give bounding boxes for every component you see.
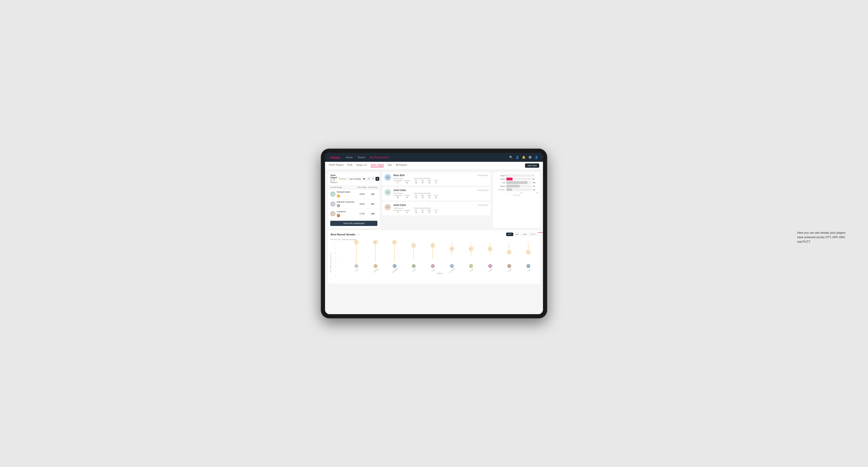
view-full-leaderboard-button[interactable]: View Full Leaderboard [330, 221, 377, 226]
top-section: Team Clippd | 14 Players ✏️ Show Last 3 … [328, 172, 540, 228]
avatar-icon[interactable]: 👤 [535, 156, 538, 159]
show-label: Show [341, 178, 346, 180]
top-navigation: clippd Home Teams My Performance 🔍 👤 🔔 ⚙… [325, 153, 543, 162]
streak-bar-wrapper: 5x [404, 240, 423, 264]
avatar: EC [330, 201, 335, 207]
filter-arg-btn[interactable]: ARG [521, 232, 529, 236]
avatar: JC [384, 204, 391, 210]
annotation-arrow [538, 230, 543, 240]
sub-nav-links: PGAT Players PGA Hcaps 1-5 Team Clippd T… [329, 164, 407, 167]
arrow-indicator: ← [357, 232, 361, 236]
sub-nav-pgat[interactable]: PGAT Players [329, 164, 343, 167]
y-tick: 4 [335, 257, 336, 258]
y-tick: 6 [335, 247, 336, 249]
streaks-section: Best Round Streaks ← OTT APP ARG PUTT [328, 230, 540, 284]
add-team-button[interactable]: Add Team [525, 163, 539, 168]
streak-line [356, 242, 356, 264]
card-date: 26 Aug 2023 [478, 204, 488, 206]
table-row[interactable]: RB Richard Butler 1 19/20 110 [328, 189, 380, 199]
player-name-label: M. Miller [488, 268, 493, 272]
nav-links: Home Teams My Performance [346, 156, 389, 159]
player-name: Cameron... [337, 210, 356, 213]
avatar: JC [384, 189, 391, 195]
bar-value: 3 [533, 175, 538, 177]
sub-nav-tour[interactable]: Tour [388, 164, 392, 167]
rounds-label: Total Rounds [394, 178, 410, 179]
card-player-name: Josh Coles [394, 204, 406, 206]
player-badge: 3 [337, 214, 340, 217]
streak-line [375, 242, 376, 262]
nav-my-performance[interactable]: My Performance [370, 156, 389, 159]
y-tick: 3 [335, 261, 336, 263]
streak-avatar: RB [507, 264, 511, 268]
streak-avatar: EE [354, 264, 358, 268]
streak-bar-item: 3x CQ C. Quick [519, 240, 537, 271]
player-score: 17/20 [356, 213, 368, 215]
nav-right-icons: 🔍 👤 🔔 ⚙️ 👤 [509, 156, 538, 159]
grid-view-btn[interactable]: ⊞ [367, 177, 371, 181]
table-header: PLAYER NAME PB SCORE PB AVG SQ [328, 186, 380, 189]
card-stats: Total Rounds Tournament 8 Practice [394, 192, 488, 198]
period-select[interactable]: Last 3 months [347, 177, 366, 181]
player-badge: 1 [337, 194, 340, 198]
sub-nav-all-players[interactable]: All Players [396, 164, 407, 167]
table-row[interactable]: CA Cameron... 3 17/20 103 [328, 209, 380, 219]
practice-activities-stat: Total Practice Activities OTT 0 APP [414, 178, 438, 184]
bar-track [506, 178, 532, 181]
streak-avatar: JC [412, 264, 415, 268]
streak-bar-wrapper: 5x [424, 240, 442, 264]
bar-track [506, 181, 532, 184]
bar-track [506, 174, 532, 177]
streak-avatar: DF [469, 264, 473, 268]
streak-bar-item: 4x MM M. Miller [481, 240, 499, 271]
panel-header: Team Clippd | 14 Players ✏️ Show Last 3 … [328, 172, 380, 186]
card-stats: Total Rounds Tournament 7 Practice [394, 178, 488, 184]
bar-row: D. Bogeys + 131 [495, 188, 538, 191]
player-name-label: R. Britt [431, 269, 435, 272]
search-icon[interactable]: 🔍 [509, 156, 513, 159]
table-row[interactable]: EC Edward Crossman 2 18/20 107 [328, 199, 380, 209]
filter-buttons: OTT APP ARG PUTT [506, 232, 537, 236]
streak-bubble: 4x [488, 247, 492, 251]
avatar: RB [384, 174, 391, 181]
player-card: JC Josh Coles 26 Aug 2023 Total Rounds [382, 187, 491, 200]
sub-nav-pga[interactable]: PGA [347, 164, 352, 167]
y-axis-label: Best Streak, Fairway Accuracy [330, 253, 331, 272]
x-axis-label: Players [342, 272, 537, 274]
nav-teams[interactable]: Teams [358, 156, 365, 159]
rounds-stat: Total Rounds Tournament 7 Practice [394, 207, 410, 214]
list-view-btn[interactable]: ☰ [371, 177, 375, 181]
y-tick: 0 [335, 275, 336, 276]
rounds-stat: Total Rounds Tournament 7 Practice [394, 178, 410, 184]
card-view-btn[interactable]: ▤ [375, 177, 379, 181]
y-tick: 1 [335, 271, 336, 272]
tournament-val: 7 [394, 181, 402, 184]
card-info: Josh Coles 26 Aug 2023 Total Rounds Tour… [394, 189, 488, 198]
player-score: 19/20 [356, 193, 368, 195]
settings-icon[interactable]: ⚙️ [528, 156, 532, 159]
player-badge: 2 [337, 204, 340, 207]
filter-ott-btn[interactable]: OTT [506, 232, 513, 236]
card-stats: Total Rounds Tournament 7 Practice [394, 207, 488, 214]
nav-home[interactable]: Home [346, 156, 352, 159]
card-info: Josh Coles 26 Aug 2023 Total Rounds Tour… [394, 204, 488, 214]
bar-track [506, 185, 532, 187]
bar-value: 311 [533, 185, 538, 187]
bar-chart-panel: Eagles 3 Birdies 96 [493, 172, 540, 228]
show-controls: Show Last 3 months ⊞ ☰ ▤ ↕ [341, 177, 380, 181]
bar-label: Birdies [495, 178, 505, 180]
streak-avatar: MM [488, 264, 492, 268]
user-icon[interactable]: 👤 [516, 156, 519, 159]
streak-bar-wrapper: 3x [519, 240, 537, 264]
filter-putt-btn[interactable]: PUTT [529, 232, 537, 236]
arg-val: 0 [427, 181, 432, 184]
rounds-stat: Total Rounds Tournament 8 Practice [394, 192, 410, 198]
filter-app-btn[interactable]: APP [514, 232, 521, 236]
notification-icon[interactable]: 🔔 [522, 156, 526, 159]
sub-nav-hcaps[interactable]: Hcaps 1-5 [356, 164, 367, 167]
sub-nav-team-clippd[interactable]: Team Clippd [371, 164, 384, 167]
player-info: Cameron... 3 [337, 210, 356, 217]
bar-track [506, 188, 532, 191]
edit-icon[interactable]: ✏️ [339, 178, 341, 180]
player-info: Edward Crossman 2 [337, 201, 356, 208]
